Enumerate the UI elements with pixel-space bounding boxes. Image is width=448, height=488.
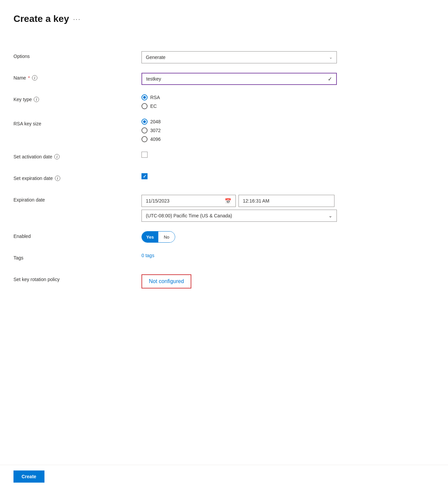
name-row: Name * i ✓ bbox=[13, 73, 384, 85]
key-type-rsa-label: RSA bbox=[150, 95, 160, 100]
name-control: ✓ bbox=[141, 73, 384, 85]
expiration-date-input[interactable] bbox=[146, 198, 222, 204]
activation-date-info-icon[interactable]: i bbox=[54, 154, 60, 159]
expiration-date-group: 📅 (UTC-08:00) Pacific Time (US & Canada)… bbox=[141, 195, 384, 222]
expiration-time-input[interactable] bbox=[243, 198, 330, 204]
rsa-size-4096-radio[interactable] bbox=[141, 136, 148, 142]
rsa-size-4096-option[interactable]: 4096 bbox=[141, 136, 384, 142]
expiration-date-input-wrapper: 📅 bbox=[141, 195, 236, 207]
name-label: Name * i bbox=[13, 73, 141, 81]
enabled-toggle-track[interactable]: Yes No bbox=[141, 231, 175, 243]
expiration-date-row: Expiration date 📅 (UTC-08:00) Pacif bbox=[13, 195, 384, 222]
tags-label: Tags bbox=[13, 253, 141, 261]
expiration-date-control: 📅 (UTC-08:00) Pacific Time (US & Canada)… bbox=[141, 195, 384, 222]
name-info-icon[interactable]: i bbox=[32, 75, 37, 81]
name-input-wrapper: ✓ bbox=[141, 73, 337, 85]
tags-control: 0 tags bbox=[141, 253, 384, 258]
activation-date-control bbox=[141, 152, 384, 158]
rsa-size-4096-label: 4096 bbox=[150, 136, 161, 142]
calendar-icon[interactable]: 📅 bbox=[225, 198, 231, 204]
key-type-rsa-option[interactable]: RSA bbox=[141, 94, 384, 100]
rotation-policy-control: Not configured bbox=[141, 274, 384, 288]
options-control: Generate ⌄ bbox=[141, 51, 384, 63]
expiration-date-label: Expiration date bbox=[13, 195, 141, 203]
enabled-row: Enabled Yes No bbox=[13, 231, 384, 243]
not-configured-button[interactable]: Not configured bbox=[141, 274, 191, 288]
options-label: Options bbox=[13, 51, 141, 59]
key-type-ec-label: EC bbox=[150, 103, 157, 109]
key-type-ec-radio[interactable] bbox=[141, 103, 148, 109]
page-header: Create a key ··· bbox=[13, 7, 435, 38]
rotation-policy-row: Set key rotation policy Not configured bbox=[13, 274, 384, 288]
activation-date-checkbox[interactable] bbox=[141, 152, 148, 158]
activation-date-label: Set activation date i bbox=[13, 152, 141, 159]
rsa-size-2048-radio[interactable] bbox=[141, 119, 148, 125]
key-type-row: Key type i RSA EC bbox=[13, 94, 384, 109]
activation-date-row: Set activation date i bbox=[13, 152, 384, 164]
timezone-dropdown[interactable]: (UTC-08:00) Pacific Time (US & Canada) ⌄ bbox=[141, 210, 337, 222]
options-row: Options Generate ⌄ bbox=[13, 51, 384, 63]
toggle-yes-option[interactable]: Yes bbox=[142, 232, 158, 242]
rsa-key-size-radio-group: 2048 3072 4096 bbox=[141, 119, 384, 142]
key-type-info-icon[interactable]: i bbox=[34, 97, 39, 102]
rsa-size-3072-label: 3072 bbox=[150, 128, 161, 133]
not-configured-text: Not configured bbox=[149, 278, 184, 284]
options-dropdown[interactable]: Generate ⌄ bbox=[141, 51, 337, 63]
key-type-control: RSA EC bbox=[141, 94, 384, 109]
expiration-date-toggle-control bbox=[141, 173, 384, 179]
rotation-policy-label: Set key rotation policy bbox=[13, 274, 141, 282]
name-checkmark-icon: ✓ bbox=[328, 76, 332, 82]
page-footer: Create bbox=[0, 465, 448, 488]
enabled-toggle[interactable]: Yes No bbox=[141, 231, 384, 243]
timezone-chevron-icon: ⌄ bbox=[328, 213, 332, 218]
tags-link[interactable]: 0 tags bbox=[141, 253, 154, 258]
create-key-form: Options Generate ⌄ Name * i ✓ bbox=[13, 51, 384, 288]
key-type-label: Key type i bbox=[13, 94, 141, 102]
toggle-no-option[interactable]: No bbox=[158, 232, 175, 242]
expiration-date-checkbox[interactable] bbox=[141, 173, 148, 179]
rsa-size-2048-label: 2048 bbox=[150, 119, 161, 124]
required-indicator: * bbox=[28, 75, 30, 81]
page-title: Create a key bbox=[13, 13, 69, 24]
more-options-icon[interactable]: ··· bbox=[73, 15, 81, 23]
tags-row: Tags 0 tags bbox=[13, 253, 384, 265]
expiration-date-time-row: 📅 bbox=[141, 195, 384, 207]
rsa-key-size-row: RSA key size 2048 3072 4096 bbox=[13, 119, 384, 142]
rsa-key-size-label: RSA key size bbox=[13, 119, 141, 126]
rsa-size-3072-option[interactable]: 3072 bbox=[141, 127, 384, 133]
chevron-down-icon: ⌄ bbox=[329, 55, 332, 60]
rsa-size-2048-option[interactable]: 2048 bbox=[141, 119, 384, 125]
enabled-label: Enabled bbox=[13, 231, 141, 239]
expiration-time-input-wrapper bbox=[238, 195, 334, 207]
create-button[interactable]: Create bbox=[13, 470, 44, 483]
name-input[interactable] bbox=[146, 76, 328, 82]
rsa-key-size-control: 2048 3072 4096 bbox=[141, 119, 384, 142]
expiration-date-info-icon[interactable]: i bbox=[55, 176, 60, 181]
expiration-date-toggle-row: Set expiration date i bbox=[13, 173, 384, 185]
expiration-date-toggle-label: Set expiration date i bbox=[13, 173, 141, 181]
key-type-rsa-radio[interactable] bbox=[141, 94, 148, 100]
rsa-size-3072-radio[interactable] bbox=[141, 127, 148, 133]
key-type-ec-option[interactable]: EC bbox=[141, 103, 384, 109]
enabled-control: Yes No bbox=[141, 231, 384, 243]
key-type-radio-group: RSA EC bbox=[141, 94, 384, 109]
